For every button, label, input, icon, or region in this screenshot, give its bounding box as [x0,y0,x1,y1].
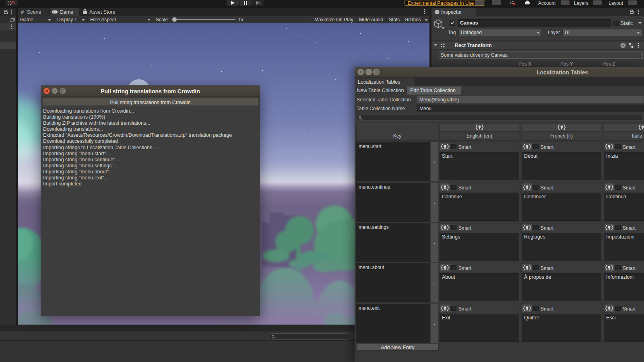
svg-text:?: ? [622,43,624,48]
